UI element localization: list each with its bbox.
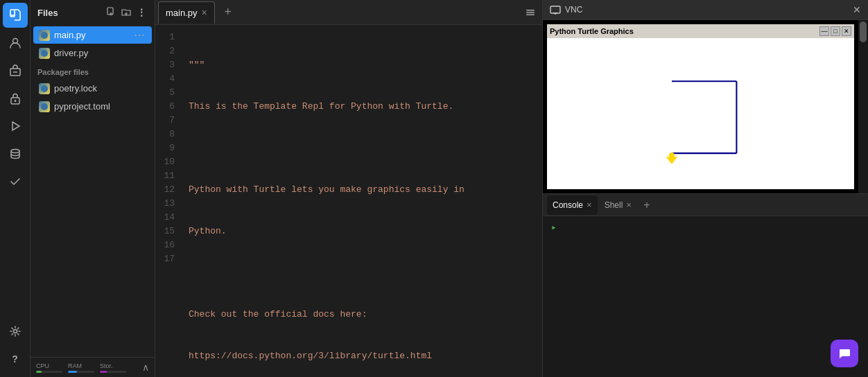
- file-item-main-py[interactable]: main.py ⋯: [33, 26, 152, 44]
- icon-bar: ?: [0, 0, 31, 377]
- packager-label: Packager files: [31, 62, 155, 79]
- file-list: main.py ⋯ driver.py ⋯ Packager files poe…: [31, 24, 155, 357]
- svg-point-17: [41, 85, 48, 92]
- vnc-scrollbar-thumb[interactable]: [860, 21, 867, 42]
- console-tab-label: Console: [553, 200, 583, 210]
- sidebar-check-icon[interactable]: [3, 169, 28, 194]
- sidebar-database-icon[interactable]: [3, 141, 28, 166]
- shell-tab-close-icon[interactable]: ×: [626, 200, 632, 210]
- new-folder-icon[interactable]: [120, 6, 132, 20]
- vnc-title: VNC: [565, 5, 582, 15]
- file-item-label: pyproject.toml: [54, 101, 110, 112]
- tab-menu-icon[interactable]: [521, 3, 539, 21]
- bottom-stats-bar: CPU RAM Stor. ∧: [31, 357, 155, 377]
- chat-button[interactable]: [831, 340, 858, 367]
- code-line: https://docs.python.org/3/library/turtle…: [183, 349, 542, 363]
- turtle-window-titlebar: Python Turtle Graphics — □ ✕: [547, 24, 854, 38]
- sidebar-lock-icon[interactable]: [3, 86, 28, 111]
- file-item-poetry-lock[interactable]: poetry.lock ⋯: [33, 80, 152, 97]
- code-line: [183, 141, 542, 155]
- console-tab-console[interactable]: Console ×: [547, 195, 598, 215]
- cpu-label: CPU: [36, 362, 49, 369]
- file-panel-title: Files: [37, 8, 58, 18]
- console-add-tab-button[interactable]: +: [639, 197, 655, 213]
- bottom-chevron-icon[interactable]: ∧: [142, 362, 149, 373]
- editor-tab-bar: main.py × +: [155, 0, 542, 25]
- file-item-label: poetry.lock: [54, 83, 97, 94]
- console-prompt: ▸: [551, 222, 557, 233]
- svg-point-6: [14, 100, 16, 102]
- new-file-icon[interactable]: [105, 6, 117, 20]
- sidebar-settings-icon[interactable]: [3, 319, 28, 344]
- file-item-more-icon[interactable]: ⋯: [134, 28, 145, 42]
- vnc-header-left: VNC: [550, 5, 582, 15]
- stor-label: Stor.: [100, 362, 113, 369]
- console-content[interactable]: ▸: [543, 216, 868, 377]
- chat-icon: [837, 347, 851, 360]
- svg-rect-20: [526, 12, 535, 13]
- file-panel-header-icons: ⋮: [105, 6, 148, 20]
- code-editor[interactable]: 1 2 3 4 5 6 7 8 9 10 11 12 13 14 15 16 1…: [155, 25, 542, 377]
- ram-stat: RAM: [68, 362, 94, 373]
- ram-label: RAM: [68, 362, 82, 369]
- right-panel: VNC ✕ Python Turtle Graphics — □ ✕: [542, 0, 868, 377]
- sidebar-packages-icon[interactable]: [3, 58, 28, 83]
- file-panel: Files ⋮: [31, 0, 155, 377]
- line-numbers: 1 2 3 4 5 6 7 8 9 10 11 12 13 14 15 16 1…: [155, 25, 183, 377]
- turtle-window-controls: — □ ✕: [819, 26, 851, 36]
- code-line: Python with Turtle lets you make graphic…: [183, 183, 542, 197]
- tab-close-icon[interactable]: ×: [202, 8, 207, 17]
- turtle-drawing-svg: [547, 38, 854, 189]
- vnc-header-icons: ✕: [853, 4, 861, 15]
- svg-rect-19: [526, 10, 535, 11]
- console-tab-shell[interactable]: Shell ×: [599, 195, 637, 215]
- console-tab-bar: Console × Shell × +: [543, 194, 868, 216]
- cpu-progress: [36, 371, 62, 373]
- turtle-minimize-btn[interactable]: —: [819, 26, 829, 36]
- sidebar-help-icon[interactable]: ?: [3, 347, 28, 371]
- turtle-canvas: [547, 38, 854, 189]
- code-content[interactable]: """ This is the Template Repl for Python…: [183, 25, 542, 377]
- vnc-panel: VNC ✕ Python Turtle Graphics — □ ✕: [543, 0, 868, 194]
- code-line: This is the Template Repl for Python wit…: [183, 100, 542, 114]
- svg-point-9: [13, 330, 17, 333]
- code-line: Python.: [183, 225, 542, 238]
- cpu-progress-fill: [36, 371, 42, 373]
- tab-main-py[interactable]: main.py ×: [158, 1, 215, 24]
- svg-rect-21: [526, 14, 535, 15]
- turtle-maximize-btn[interactable]: □: [831, 26, 840, 36]
- turtle-close-btn[interactable]: ✕: [842, 26, 851, 36]
- tab-label: main.py: [166, 8, 198, 18]
- vnc-monitor-icon: [550, 6, 561, 15]
- file-item-driver-py[interactable]: driver.py ⋯: [33, 44, 152, 62]
- console-tab-close-icon[interactable]: ×: [587, 200, 592, 210]
- svg-rect-1: [10, 10, 15, 15]
- svg-point-29: [669, 152, 675, 158]
- svg-point-15: [41, 32, 48, 39]
- file-item-pyproject-toml[interactable]: pyproject.toml ⋯: [33, 98, 152, 115]
- sidebar-files-icon[interactable]: [3, 3, 28, 28]
- stor-progress: [100, 371, 126, 373]
- vnc-scrollbar[interactable]: [858, 20, 868, 193]
- cpu-stat: CPU: [36, 362, 62, 373]
- svg-point-18: [41, 103, 48, 110]
- console-panel: Console × Shell × + ▸: [543, 194, 868, 377]
- svg-marker-7: [12, 122, 19, 130]
- code-line: """: [183, 58, 542, 72]
- file-panel-header: Files ⋮: [31, 0, 155, 24]
- shell-tab-label: Shell: [605, 200, 623, 210]
- editor-area: main.py × + 1 2 3 4 5 6: [155, 0, 542, 377]
- more-options-icon[interactable]: ⋮: [135, 6, 148, 20]
- svg-point-16: [41, 50, 48, 57]
- vnc-content: Python Turtle Graphics — □ ✕: [543, 20, 868, 193]
- vnc-header: VNC ✕: [543, 0, 868, 20]
- vnc-close-icon[interactable]: ✕: [853, 4, 861, 15]
- code-line: [183, 266, 542, 280]
- svg-rect-22: [550, 6, 560, 13]
- sidebar-users-icon[interactable]: [3, 30, 28, 55]
- stor-progress-fill: [100, 371, 107, 373]
- sidebar-play-icon[interactable]: [3, 114, 28, 139]
- python-file-icon: [39, 30, 50, 41]
- code-line: Check out the official docs here:: [183, 308, 542, 322]
- tab-add-button[interactable]: +: [219, 3, 237, 21]
